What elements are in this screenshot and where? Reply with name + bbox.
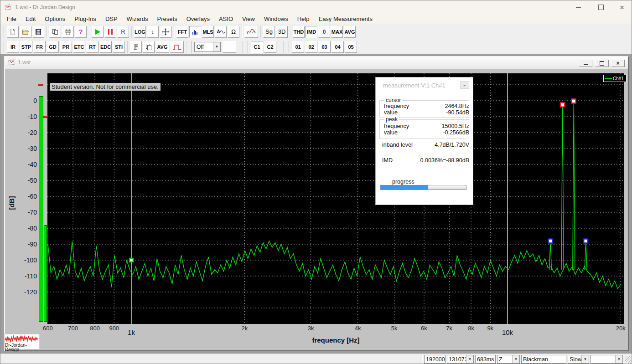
- copy-button[interactable]: [49, 26, 61, 38]
- menu-overlays[interactable]: Overlays: [182, 15, 214, 22]
- tone-spike: [585, 241, 587, 270]
- max-hold-button[interactable]: MAX: [331, 26, 343, 38]
- mls-button[interactable]: MLS: [202, 26, 214, 38]
- menu-options[interactable]: Options: [40, 15, 70, 22]
- overlay-5-button[interactable]: 05: [345, 41, 357, 53]
- dropdown-button[interactable]: ▼: [581, 355, 589, 363]
- panel-menu-button[interactable]: ▸: [460, 81, 469, 89]
- toolbar-grip[interactable]: [190, 41, 192, 53]
- fft-button[interactable]: FFT: [176, 26, 188, 38]
- dropdown-button[interactable]: ▼: [213, 42, 220, 51]
- menu-easy-measurements[interactable]: Easy Measurements: [314, 15, 377, 22]
- child-close-button[interactable]: ×: [611, 60, 625, 67]
- peak-marker-red[interactable]: [572, 99, 576, 103]
- overlay-3-button[interactable]: 03: [318, 41, 331, 53]
- record-button[interactable]: R: [117, 26, 129, 38]
- maximize-button[interactable]: [591, 0, 611, 14]
- vertical-zoom-button[interactable]: ↕: [147, 26, 159, 38]
- menu-file[interactable]: File: [2, 15, 21, 22]
- peak-value: -0.2566dB: [443, 129, 469, 136]
- child-title-bar[interactable]: [5, 57, 628, 69]
- peak-marker-blue[interactable]: [584, 239, 588, 243]
- channel-2-button[interactable]: C2: [264, 41, 276, 53]
- menu-bar: File Edit Options Plug-Ins DSP Wizards P…: [0, 14, 632, 24]
- play-button[interactable]: [92, 26, 104, 38]
- toolbar-grip[interactable]: [2, 41, 4, 53]
- zero-button[interactable]: 0: [318, 26, 330, 38]
- stp-button[interactable]: STP: [20, 41, 32, 53]
- spare-button[interactable]: [223, 41, 236, 53]
- inband-level-row: inband level 4.7dB/1.720V: [382, 142, 469, 148]
- 3d-view-button[interactable]: 3D: [276, 26, 288, 38]
- menu-view[interactable]: View: [238, 15, 259, 22]
- menu-plugins[interactable]: Plug-Ins: [70, 15, 101, 22]
- minimize-button[interactable]: [568, 0, 589, 14]
- channel-1-button[interactable]: C1: [251, 41, 263, 53]
- help-button[interactable]: ?: [75, 26, 87, 38]
- overlay-2-button[interactable]: 02: [305, 41, 317, 53]
- menu-wizards[interactable]: Wizards: [122, 15, 153, 22]
- x-tick-label: 2k: [241, 325, 248, 332]
- imd-button[interactable]: IMD: [306, 26, 317, 38]
- thd-button[interactable]: THD: [293, 26, 305, 38]
- gd-button[interactable]: GD: [47, 41, 59, 53]
- speed-combo[interactable]: Slow ▼: [568, 355, 589, 364]
- impedance-button[interactable]: Ω: [228, 26, 239, 38]
- menu-help[interactable]: Help: [293, 15, 314, 22]
- pan-button[interactable]: [160, 26, 171, 38]
- menu-presets[interactable]: Presets: [153, 15, 182, 22]
- printer-icon: [64, 28, 72, 36]
- fft-size-combo[interactable]: 131072 ▼: [447, 355, 474, 364]
- y-tick-label: -50: [5, 177, 37, 184]
- new-button[interactable]: [7, 26, 19, 38]
- open-button[interactable]: [20, 26, 31, 38]
- peak-marker-blue[interactable]: [549, 239, 553, 243]
- menu-windows[interactable]: Windows: [259, 15, 293, 22]
- sti-button[interactable]: STI: [113, 41, 125, 53]
- spectrum-button[interactable]: [189, 26, 201, 38]
- dropdown-button[interactable]: ▼: [512, 355, 519, 363]
- resize-grip[interactable]: [625, 356, 631, 363]
- fr-button[interactable]: FR: [33, 41, 46, 53]
- ir-button[interactable]: IR: [7, 41, 19, 53]
- peak-hold-ch1: [38, 84, 43, 86]
- scope-button[interactable]: [244, 26, 258, 38]
- value-label: value: [384, 129, 398, 136]
- edc-button[interactable]: EDC: [99, 41, 112, 53]
- average-button[interactable]: AVG: [344, 26, 356, 38]
- dropdown-button[interactable]: ▼: [466, 355, 473, 363]
- save-button[interactable]: [32, 26, 44, 38]
- etc-button[interactable]: ETC: [73, 41, 85, 53]
- legend-box[interactable]: Ch#1: [603, 75, 627, 82]
- sweep-button[interactable]: A: [215, 26, 227, 38]
- menu-dsp[interactable]: DSP: [101, 15, 122, 22]
- spectrum-plot[interactable]: [47, 73, 624, 324]
- menu-asio[interactable]: ASIO: [214, 15, 238, 22]
- peak-marker-red[interactable]: [560, 103, 565, 107]
- avg-button[interactable]: AVG: [155, 41, 169, 53]
- close-button[interactable]: ×: [611, 0, 632, 14]
- cursor-marker[interactable]: [130, 258, 133, 262]
- smoothing-combo[interactable]: Off ▼: [194, 42, 221, 52]
- menu-edit[interactable]: Edit: [21, 15, 40, 22]
- overlay-4-button[interactable]: 04: [332, 41, 344, 53]
- child-minimize-button[interactable]: [579, 60, 592, 67]
- step-response-button[interactable]: [170, 41, 184, 53]
- pause-button[interactable]: [104, 26, 116, 38]
- print-button[interactable]: [62, 26, 74, 38]
- legend-line-icon: [605, 78, 612, 79]
- toolbar-grip[interactable]: [246, 41, 248, 53]
- pr-button[interactable]: PR: [60, 41, 72, 53]
- overlay-1-button[interactable]: 01: [292, 41, 304, 53]
- signal-generator-button[interactable]: Sg: [263, 26, 275, 38]
- rt-button[interactable]: RT: [86, 41, 98, 53]
- child-restore-button[interactable]: [595, 60, 609, 67]
- dropdown-button[interactable]: ▼: [615, 355, 622, 363]
- overlay-copy-button[interactable]: [143, 41, 155, 53]
- log-scale-button[interactable]: LOG: [134, 26, 146, 38]
- toolbar-grip[interactable]: [287, 41, 289, 53]
- toolbar-grip[interactable]: [2, 26, 4, 38]
- signal-view-button[interactable]: [130, 41, 142, 53]
- axis-combo[interactable]: Z ▼: [497, 355, 520, 364]
- extra-combo[interactable]: ▼: [591, 355, 623, 364]
